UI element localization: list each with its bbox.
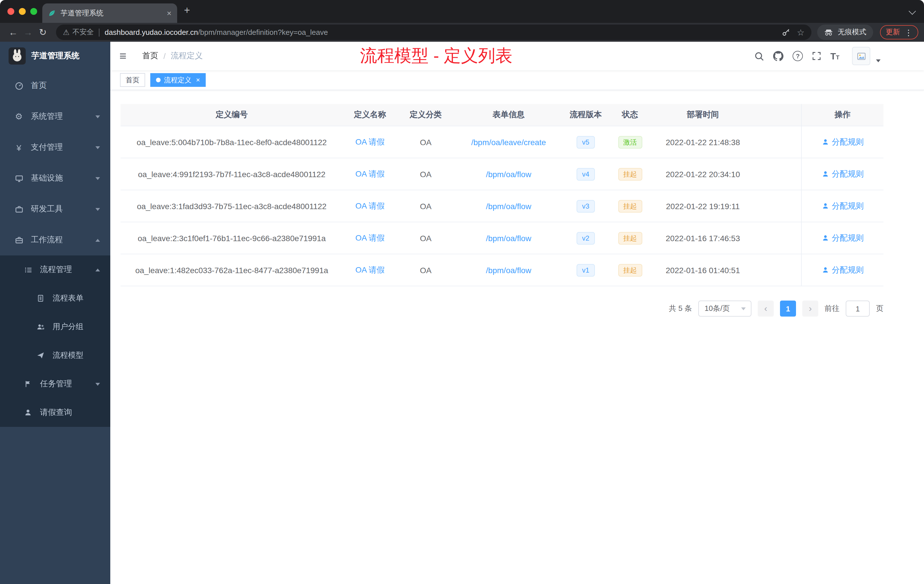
table-row: oa_leave:1:482ec033-762a-11ec-8477-a2380… [120, 254, 883, 286]
sidebar-item-label: 流程管理 [40, 265, 72, 275]
github-icon[interactable] [773, 51, 784, 61]
goto-page-input[interactable] [846, 300, 870, 317]
definition-name-link[interactable]: OA 请假 [355, 201, 385, 211]
browser-tab[interactable]: 芋道管理系统 × [42, 3, 177, 23]
sidebar-item-task-management[interactable]: 任务管理 [0, 370, 110, 398]
close-window-button[interactable] [7, 8, 14, 15]
font-size-icon[interactable]: TT [830, 52, 840, 60]
incognito-label: 无痕模式 [838, 27, 866, 37]
person-icon [822, 170, 829, 178]
content: 定义编号 定义名称 定义分类 表单信息 流程版本 状态 部署时间 操作 oa_l… [110, 90, 924, 584]
tag-process-definition[interactable]: 流程定义 × [150, 73, 206, 87]
avatar-caret-icon[interactable] [876, 59, 881, 62]
sidebar-item-process-model[interactable]: 流程模型 [0, 341, 110, 370]
definition-name-link[interactable]: OA 请假 [355, 265, 385, 275]
user-avatar[interactable] [852, 47, 870, 65]
update-label[interactable]: 更新 [886, 27, 900, 37]
reload-icon[interactable]: ↻ [35, 27, 50, 38]
definition-id: oa_leave:2:3c1f0ef1-76b1-11ec-9c66-a2380… [120, 222, 343, 254]
definition-id: oa_leave:1:482ec033-762a-11ec-8477-a2380… [120, 254, 343, 286]
deploy-time: 2022-01-22 20:34:10 [652, 158, 754, 190]
person-icon [22, 409, 34, 417]
page-size-select[interactable]: 10条/页 [698, 300, 751, 317]
prev-page-button[interactable]: ‹ [758, 300, 774, 317]
page-unit-label: 页 [876, 304, 883, 314]
tag-close-icon[interactable]: × [196, 77, 200, 83]
assign-rule-button[interactable]: 分配规则 [822, 137, 864, 147]
tab-close-icon[interactable]: × [167, 9, 172, 17]
bookmark-star-icon[interactable]: ☆ [797, 27, 805, 38]
form-link[interactable]: /bpm/oa/flow [486, 233, 531, 243]
tag-home[interactable]: 首页 [120, 73, 145, 87]
users-icon [34, 323, 47, 331]
password-key-icon[interactable] [781, 28, 790, 36]
window-controls [7, 8, 37, 15]
form-link[interactable]: /bpm/oa/leave/create [471, 137, 546, 147]
forward-icon[interactable]: → [21, 27, 35, 38]
definition-id: oa_leave:5:004b710b-7b8a-11ec-8ef0-acde4… [120, 126, 343, 158]
person-icon [822, 234, 829, 242]
tag-label: 流程定义 [164, 75, 191, 85]
document-icon [34, 294, 47, 302]
select-caret-icon [741, 307, 746, 310]
minimize-window-button[interactable] [19, 8, 26, 15]
browser-menu-dots-icon[interactable]: ⋮ [904, 28, 912, 36]
sidebar-item-label: 支付管理 [31, 142, 63, 153]
list-icon [22, 266, 34, 274]
sidebar-item-process-form[interactable]: 流程表单 [0, 284, 110, 313]
form-link[interactable]: /bpm/oa/flow [486, 201, 531, 211]
fullscreen-icon[interactable] [812, 51, 821, 61]
chevron-down-icon [96, 146, 100, 149]
sidebar-item-infrastructure[interactable]: 基础设施 [0, 163, 110, 194]
tag-active-dot [156, 78, 160, 82]
current-page-button[interactable]: 1 [780, 300, 796, 317]
hamburger-icon[interactable]: ≡ [119, 49, 134, 63]
definition-category: OA [397, 126, 454, 158]
definition-name-link[interactable]: OA 请假 [355, 169, 385, 179]
zoom-window-button[interactable] [30, 8, 37, 15]
table-row: oa_leave:4:991f2193-7b7f-11ec-a3c8-acde4… [120, 158, 883, 190]
assign-rule-button[interactable]: 分配规则 [822, 201, 864, 211]
form-link[interactable]: /bpm/oa/flow [486, 170, 531, 178]
not-secure-warning-icon: ⚠ [63, 28, 69, 36]
next-page-button[interactable]: › [802, 300, 818, 317]
breadcrumb-home[interactable]: 首页 [142, 51, 158, 61]
sidebar-item-payment[interactable]: ¥ 支付管理 [0, 132, 110, 163]
version-badge: v3 [576, 200, 595, 212]
column-header: 部署时间 [652, 104, 754, 126]
app: 芋道管理系统 首页 ⚙ 系统管理 ¥ 支付管理 [0, 42, 924, 584]
definition-name-link[interactable]: OA 请假 [355, 233, 385, 243]
status-badge: 挂起 [618, 264, 642, 276]
assign-rule-label: 分配规则 [832, 265, 864, 275]
breadcrumb-current: 流程定义 [171, 51, 203, 61]
back-icon[interactable]: ← [6, 27, 21, 38]
column-header: 表单信息 [454, 104, 563, 126]
assign-rule-button[interactable]: 分配规则 [822, 233, 864, 243]
sidebar-item-user-group[interactable]: 用户分组 [0, 313, 110, 341]
sidebar-item-label: 首页 [31, 81, 47, 91]
sidebar-item-leave-query[interactable]: 请假查询 [0, 398, 110, 427]
form-link[interactable]: /bpm/oa/flow [486, 266, 531, 275]
column-header: 状态 [609, 104, 652, 126]
help-icon[interactable]: ? [792, 51, 803, 61]
sidebar-item-system[interactable]: ⚙ 系统管理 [0, 101, 110, 132]
sidebar-item-label: 基础设施 [31, 173, 63, 183]
chevron-down-icon [96, 115, 100, 118]
sidebar-item-label: 研发工具 [31, 204, 63, 214]
definition-name-link[interactable]: OA 请假 [355, 137, 385, 147]
sidebar-item-devtools[interactable]: 研发工具 [0, 194, 110, 224]
url-field[interactable]: ⚠ 不安全 dashboard.yudao.iocoder.cn /bpm/ma… [56, 25, 812, 40]
sidebar-item-process-management[interactable]: 流程管理 [0, 256, 110, 284]
new-tab-button[interactable]: + [184, 5, 190, 16]
sidebar-item-workflow[interactable]: 工作流程 [0, 224, 110, 256]
sidebar-item-home[interactable]: 首页 [0, 70, 110, 101]
not-secure-label[interactable]: 不安全 [72, 27, 94, 37]
toolbox-icon [13, 205, 25, 213]
definition-category: OA [397, 254, 454, 286]
update-button[interactable]: 更新 ⋮ [880, 25, 918, 40]
tab-search-chevron-icon[interactable] [909, 7, 916, 15]
search-icon[interactable] [754, 51, 764, 61]
sidebar-item-label: 工作流程 [31, 235, 63, 245]
assign-rule-button[interactable]: 分配规则 [822, 265, 864, 275]
assign-rule-button[interactable]: 分配规则 [822, 169, 864, 179]
